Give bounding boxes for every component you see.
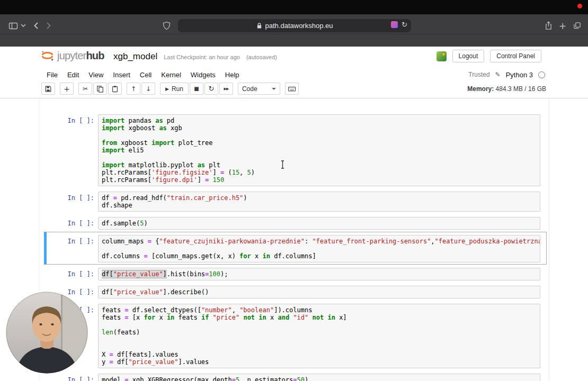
notebook-cell[interactable]: In [ ]:df["price_value"].describe() (44, 283, 547, 301)
tab-overview-icon[interactable] (572, 19, 582, 32)
webcam-overlay (6, 292, 88, 374)
save-button[interactable] (41, 83, 55, 95)
reload-icon[interactable]: ↻ (402, 21, 407, 28)
notebook-cell[interactable]: In [ ]:df = pd.read_hdf("train.car_price… (44, 188, 547, 214)
code-line (102, 336, 537, 343)
control-panel-button[interactable]: Control Panel (490, 50, 541, 62)
forward-icon[interactable] (44, 19, 53, 32)
notebook-cells: In [ ]:import pandas as pdimport xgboost… (39, 111, 549, 381)
recording-indicator-dot (577, 4, 582, 8)
menu-item-insert[interactable]: Insert (108, 71, 135, 79)
menubar-items: FileEditViewInsertCellKernelWidgetsHelp (42, 68, 244, 81)
code-line: plt.rcParams['figure.dpi'] = 150 (102, 176, 537, 184)
copy-cell-button[interactable] (93, 83, 107, 95)
code-line: column_maps = {"feature_czujniki-parkowa… (102, 238, 537, 245)
menu-item-view[interactable]: View (84, 71, 108, 79)
privacy-shield-icon[interactable] (162, 19, 171, 32)
cell-input[interactable]: df["price_value"].describe() (98, 286, 540, 298)
cell-input[interactable]: feats = df.select_dtypes(["number", "boo… (98, 304, 540, 368)
notebook-title[interactable]: xgb_model (113, 51, 157, 62)
cell-prompt: In [ ]: (47, 268, 98, 280)
cell-type-select[interactable]: Code (238, 83, 280, 95)
code-line: feats = df.select_dtypes(["number", "boo… (102, 306, 537, 314)
restart-run-all-button[interactable]: ▶▶ (219, 83, 233, 95)
cell-input[interactable]: import pandas as pdimport xgboost as xgb… (98, 114, 540, 186)
menu-item-file[interactable]: File (42, 71, 63, 79)
mouse-cursor (280, 160, 285, 171)
sidebar-toggle-icon[interactable] (7, 19, 19, 32)
menu-item-edit[interactable]: Edit (63, 71, 84, 79)
menu-bar: FileEditViewInsertCellKernelWidgetsHelp … (0, 68, 588, 81)
jupyter-logo-icon (40, 49, 55, 62)
back-icon[interactable] (32, 19, 40, 32)
pencil-icon[interactable]: ✎ (495, 71, 501, 78)
notebook-toolbar: + ✂ ↑ ↓ ▶ Run ■ ↻ ▶▶ (0, 81, 588, 96)
cell-input[interactable]: df.sample(5) (98, 217, 540, 230)
paste-cell-button[interactable] (108, 83, 122, 95)
menu-item-widgets[interactable]: Widgets (186, 71, 220, 79)
code-line: df = pd.read_hdf("train.car_price.h5") (102, 194, 537, 202)
url-text: path.dataworkshop.eu (265, 22, 333, 30)
cell-prompt: In [ ]: (47, 217, 98, 230)
command-palette-button[interactable] (285, 83, 299, 95)
move-cell-down-button[interactable]: ↓ (141, 83, 155, 95)
code-line: feats = [x for x in feats if "price" not… (102, 314, 537, 321)
notebook-cell[interactable]: In [ ]:model = xgb.XGBRegressor(max_dept… (44, 370, 547, 381)
menu-item-help[interactable]: Help (220, 71, 244, 79)
cut-cell-button[interactable]: ✂ (78, 83, 92, 95)
autosave-status: (autosaved) (246, 54, 277, 60)
code-line: df["price_value"].describe() (102, 288, 537, 296)
add-cell-button[interactable]: + (60, 83, 74, 95)
code-line (102, 154, 537, 161)
code-line (102, 245, 537, 252)
run-button[interactable]: ▶ Run (160, 83, 189, 95)
select-caret-icon (272, 88, 276, 90)
notebook-cell[interactable]: In [ ]:import pandas as pdimport xgboost… (44, 111, 547, 188)
cell-prompt: In [ ]: (47, 235, 98, 262)
code-line: import pandas as pd (102, 117, 537, 124)
restart-kernel-button[interactable]: ↻ (204, 83, 218, 95)
code-line: X = df[feats].values (102, 351, 537, 358)
move-cell-up-button[interactable]: ↑ (127, 83, 140, 95)
presenter-avatar (6, 292, 88, 374)
code-line: import eli5 (102, 147, 537, 154)
cell-input[interactable]: df["price_value"].hist(bins=100); (98, 268, 540, 280)
code-line: from xgboost import plot_tree (102, 139, 537, 147)
notebook-header: jupyterhub xgb_model Last Checkpoint: an… (0, 47, 588, 67)
extension-badge-icon[interactable] (391, 21, 398, 28)
code-line: model = xgb.XGBRegressor(max_depth=5, n_… (102, 376, 537, 381)
interrupt-kernel-button[interactable]: ■ (190, 83, 203, 95)
logout-button[interactable]: Logout (452, 50, 485, 62)
checkpoint-status: Last Checkpoint: an hour ago (164, 54, 240, 60)
cell-input[interactable]: column_maps = {"feature_czujniki-parkowa… (98, 235, 540, 262)
new-tab-icon[interactable]: + (558, 19, 567, 32)
code-line: import matplotlib.pyplot as plt (102, 161, 537, 169)
code-line: df.shape (102, 202, 537, 209)
cell-input[interactable]: model = xgb.XGBRegressor(max_depth=5, n_… (98, 374, 540, 381)
code-line (102, 343, 537, 351)
code-line: len(feats) (102, 329, 537, 336)
code-line: df.sample(5) (102, 220, 537, 227)
jupyterhub-logo[interactable]: jupyterhub (40, 49, 104, 62)
notebook-cell[interactable]: In [ ]:column_maps = {"feature_czujniki-… (44, 232, 547, 265)
menu-item-kernel[interactable]: Kernel (156, 71, 186, 79)
notebook-area: In [ ]:import pandas as pdimport xgboost… (39, 98, 549, 381)
code-line (102, 321, 537, 329)
code-line: plt.rcParams['figure.figsize'] = (15, 5) (102, 169, 537, 176)
cell-prompt: In [ ]: (47, 114, 98, 186)
logo-text-jupyter: jupyter (57, 50, 86, 61)
jupyterhub-page: jupyterhub xgb_model Last Checkpoint: an… (0, 47, 588, 381)
notebook-cell[interactable]: In [ ]:df["price_value"].hist(bins=100); (44, 265, 547, 283)
address-bar[interactable]: path.dataworkshop.eu ↻ (178, 19, 411, 32)
notebook-cell[interactable]: In [ ]:df.sample(5) (44, 214, 547, 232)
share-icon[interactable] (544, 19, 553, 32)
code-line: import xgboost as xgb (102, 124, 537, 132)
trusted-badge[interactable]: Trusted (468, 71, 489, 78)
notebook-cell[interactable]: In [ ]:feats = df.select_dtypes(["number… (44, 301, 547, 370)
chevron-down-icon[interactable] (20, 19, 26, 32)
app-badge-icon[interactable] (436, 51, 447, 61)
video-frame: path.dataworkshop.eu ↻ + (0, 0, 588, 381)
menu-item-cell[interactable]: Cell (135, 71, 156, 79)
cell-input[interactable]: df = pd.read_hdf("train.car_price.h5")df… (98, 192, 540, 212)
browser-toolbar: path.dataworkshop.eu ↻ + (0, 14, 588, 47)
